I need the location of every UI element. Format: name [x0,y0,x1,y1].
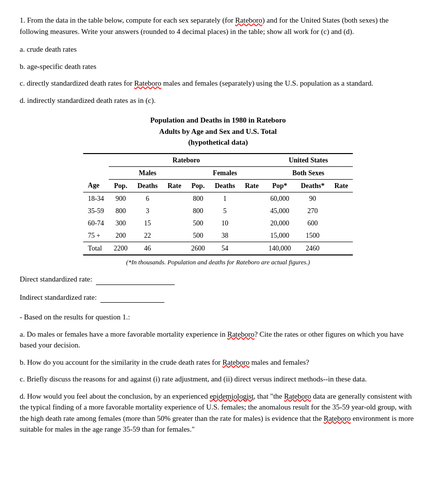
col-m-deaths: Deaths [132,179,162,192]
data-table-container: Rateboro United States Males Females Bot… [20,153,416,255]
q1-part-d: d. indirectly standardized death rates a… [20,95,416,106]
females-header: Females [186,166,263,179]
question1-text: 1. From the data in the table below, com… [20,15,416,37]
q1-part-b: b. age-specific death rates [20,61,416,72]
table-row: 60-74300155001020,000600 [83,217,353,229]
table-row: 35-598003800545,000270 [83,205,353,217]
indirect-rate-line: Indirect standardized rate: [20,292,416,303]
col-us-pop: Pop* [264,179,296,192]
direct-rate-line: Direct standardized rate: [20,274,416,285]
both-header: Both Sexes [264,166,353,179]
rateboro-header: Rateboro [109,154,263,167]
direct-rate-fill[interactable] [96,284,175,285]
col-age-empty2 [83,166,109,179]
table-row: 75 +200225003815,0001500 [83,229,353,242]
sq-c: c. Briefly discuss the reasons for and a… [20,374,416,385]
col-age-empty [83,154,109,167]
based-on-label: - Based on the results for question 1.: [20,312,416,323]
q1-intro: 1. From the data in the table below, com… [20,16,389,35]
col-age: Age [83,179,109,192]
q1-part-c: c. directly standardized death rates for… [20,78,416,89]
data-table: Rateboro United States Males Females Bot… [83,153,353,255]
col-us-deaths: Deaths* [296,179,329,192]
table-row: Total220046260054140,0002460 [83,242,353,255]
col-f-rate: Rate [240,179,264,192]
sq-d: d. How would you feel about the conclusi… [20,391,416,435]
col-f-deaths: Deaths [210,179,240,192]
table-title: Population and Deaths in 1980 in Ratebor… [20,115,416,148]
col-us-rate: Rate [329,179,353,192]
table-footnote: (*In thousands. Population and deaths fo… [20,257,416,267]
sq-b: b. How do you account for the similarity… [20,357,416,368]
table-row: 18-349006800160,00090 [83,192,353,205]
col-f-pop: Pop. [186,179,210,192]
males-header: Males [109,166,186,179]
q1-part-a: a. crude death rates [20,44,416,55]
sq-a: a. Do males or females have a more favor… [20,329,416,351]
col-m-rate: Rate [162,179,186,192]
us-header: United States [264,154,353,167]
col-m-pop: Pop. [109,179,132,192]
indirect-rate-fill[interactable] [100,302,164,303]
